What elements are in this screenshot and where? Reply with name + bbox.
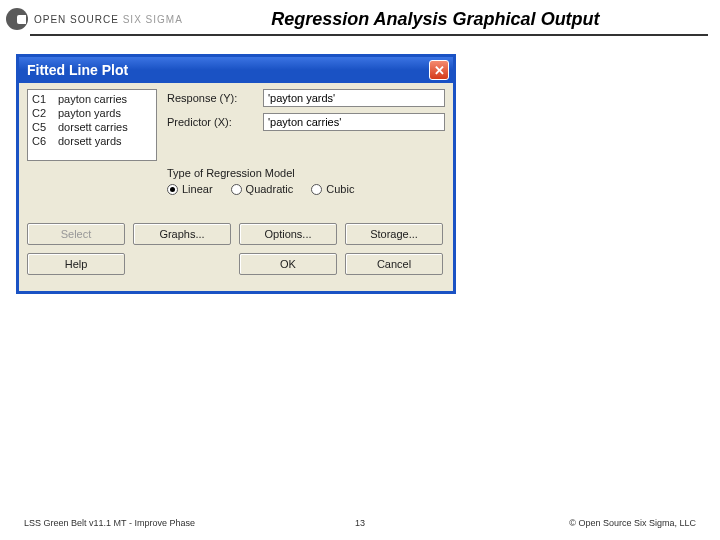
brand-logo: OPEN SOURCE SIX SIGMA [6,8,183,30]
logo-text: OPEN SOURCE SIX SIGMA [34,14,183,25]
storage-button[interactable]: Storage... [345,223,443,245]
logo-text-part2: SIX SIGMA [123,14,183,25]
list-item[interactable]: C2 payton yards [32,106,152,120]
logo-text-part1: OPEN SOURCE [34,14,119,25]
radio-quadratic[interactable]: Quadratic [231,183,294,195]
radio-icon [167,184,178,195]
header-divider [30,34,708,36]
dialog-body: C1 payton carries C2 payton yards C5 dor… [19,83,453,291]
footer-left: LSS Green Belt v11.1 MT - Improve Phase [24,518,195,528]
slide-footer: LSS Green Belt v11.1 MT - Improve Phase … [0,518,720,528]
field-group: Response (Y): Predictor (X): [167,89,445,161]
slide-header: OPEN SOURCE SIX SIGMA Regression Analysi… [0,0,720,30]
logo-icon [6,8,28,30]
help-button[interactable]: Help [27,253,125,275]
select-button: Select [27,223,125,245]
radio-icon [311,184,322,195]
options-button[interactable]: Options... [239,223,337,245]
fitted-line-plot-dialog: Fitted Line Plot ✕ C1 payton carries C2 … [16,54,456,294]
footer-right: © Open Source Six Sigma, LLC [569,518,696,528]
list-item[interactable]: C1 payton carries [32,92,152,106]
ok-button[interactable]: OK [239,253,337,275]
dialog-titlebar[interactable]: Fitted Line Plot ✕ [19,57,453,83]
predictor-input[interactable] [263,113,445,131]
page-number: 13 [355,518,365,528]
close-icon: ✕ [434,63,445,78]
radio-cubic[interactable]: Cubic [311,183,354,195]
regression-model-group: Type of Regression Model Linear Quadrati… [167,167,445,195]
radio-linear[interactable]: Linear [167,183,213,195]
response-input[interactable] [263,89,445,107]
close-button[interactable]: ✕ [429,60,449,80]
dialog-title: Fitted Line Plot [27,62,128,78]
column-listbox[interactable]: C1 payton carries C2 payton yards C5 dor… [27,89,157,161]
radio-icon [231,184,242,195]
cancel-button[interactable]: Cancel [345,253,443,275]
list-item[interactable]: C6 dorsett yards [32,134,152,148]
response-label: Response (Y): [167,92,257,104]
page-title: Regression Analysis Graphical Output [183,9,708,30]
list-item[interactable]: C5 dorsett carries [32,120,152,134]
model-type-label: Type of Regression Model [167,167,445,179]
graphs-button[interactable]: Graphs... [133,223,231,245]
predictor-label: Predictor (X): [167,116,257,128]
button-rows: Select Graphs... Options... Storage... H… [27,223,445,275]
